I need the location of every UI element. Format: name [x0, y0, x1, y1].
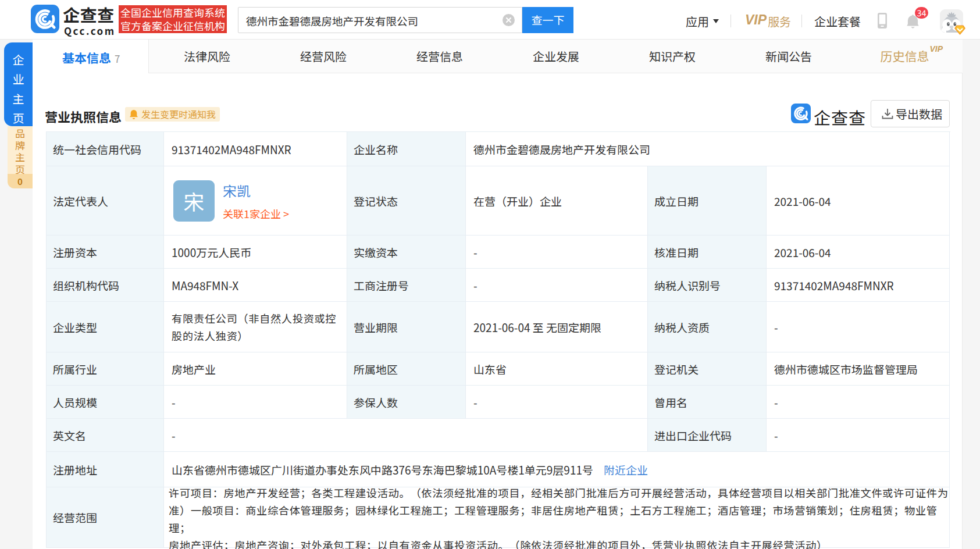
svg-text:VIP: VIP: [745, 12, 767, 27]
